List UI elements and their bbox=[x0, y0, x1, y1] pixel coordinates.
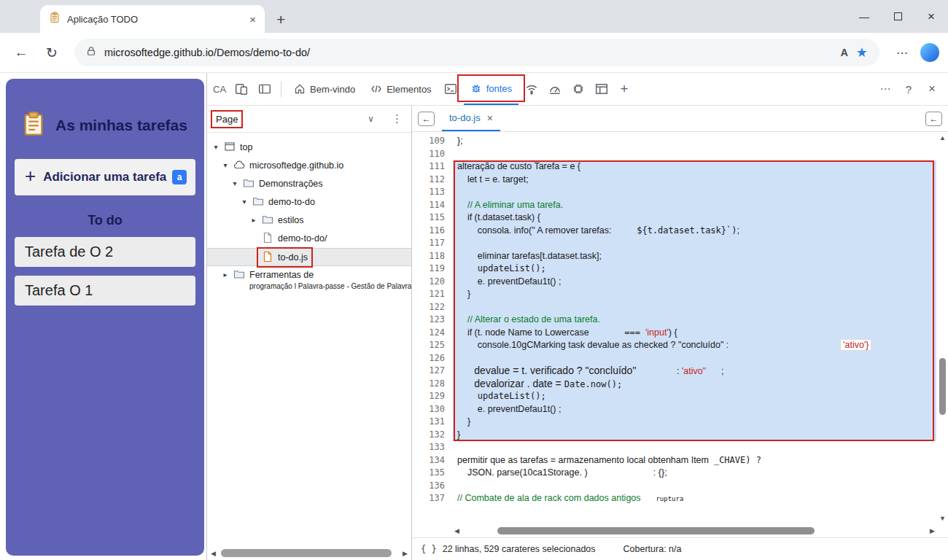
code-line-128[interactable]: devalorizar . date = Date.now(); bbox=[453, 378, 936, 391]
code-line-137[interactable]: // Combate de ala de rack com dados anti… bbox=[453, 492, 936, 505]
code-line-112[interactable]: let t = e. target; bbox=[453, 174, 936, 187]
expand-arrow-icon[interactable]: ▾ bbox=[240, 195, 249, 209]
minimize-icon[interactable]: — bbox=[847, 0, 881, 33]
editor-vertical-scrollbar[interactable]: ▲ ▼ bbox=[937, 132, 948, 524]
editor-horizontal-scrollbar[interactable]: ◀ ▶ bbox=[454, 525, 935, 537]
expand-arrow-icon[interactable]: ▸ bbox=[249, 214, 258, 227]
line-number[interactable]: 117 bbox=[412, 237, 445, 250]
more-options-icon[interactable]: ⋯ bbox=[875, 79, 895, 99]
scrollbar-thumb[interactable] bbox=[939, 358, 946, 415]
scroll-right-icon[interactable]: ▶ bbox=[930, 527, 935, 534]
help-icon[interactable]: ? bbox=[898, 79, 919, 99]
line-number[interactable]: 122 bbox=[412, 301, 445, 314]
address-bar[interactable]: microsoftedge.github.io/Demos/demo-to-do… bbox=[74, 39, 879, 66]
expand-arrow-icon[interactable]: ▾ bbox=[230, 177, 239, 190]
scroll-up-icon[interactable]: ▲ bbox=[939, 134, 946, 141]
code-line-120[interactable]: e. preventDefau1t() ; bbox=[453, 276, 936, 289]
toggle-debugger-sidebar-icon[interactable]: ← bbox=[925, 112, 942, 126]
new-tab-button[interactable]: + bbox=[276, 12, 285, 27]
maximize-icon[interactable] bbox=[881, 0, 914, 33]
scroll-left-icon[interactable]: ◀ bbox=[211, 550, 216, 557]
memory-icon[interactable] bbox=[567, 79, 588, 100]
code-line-126[interactable] bbox=[453, 352, 936, 365]
tree-item-estilos[interactable]: ▸estilos bbox=[207, 211, 411, 230]
back-icon[interactable]: ← bbox=[9, 40, 34, 65]
device-emulation-icon[interactable] bbox=[230, 79, 252, 100]
settings-more-icon[interactable]: ⋯ bbox=[890, 40, 914, 65]
close-window-icon[interactable]: × bbox=[914, 0, 948, 33]
read-aloud-icon[interactable]: A bbox=[841, 47, 848, 58]
line-number[interactable]: 137 bbox=[412, 492, 445, 505]
code-line-119[interactable]: updateList(); bbox=[453, 262, 936, 276]
code-line-111[interactable]: alteração de custo Tarefa = e { bbox=[453, 160, 936, 174]
code-line-122[interactable] bbox=[453, 301, 936, 314]
copilot-icon[interactable] bbox=[920, 43, 939, 62]
line-number[interactable]: 135 bbox=[412, 467, 445, 480]
code-line-124[interactable]: if (t. node Name to Lowercase === 'input… bbox=[453, 327, 936, 340]
application-icon[interactable] bbox=[591, 79, 612, 100]
code-line-121[interactable]: } bbox=[453, 288, 936, 301]
line-number[interactable]: 125 bbox=[412, 339, 445, 352]
performance-icon[interactable] bbox=[544, 79, 565, 100]
code-line-117[interactable] bbox=[453, 237, 936, 250]
site-info-lock-icon[interactable] bbox=[86, 46, 96, 59]
line-number[interactable]: 109 bbox=[412, 135, 445, 148]
task-item[interactable]: Tarefa de O 2 bbox=[15, 237, 195, 267]
tree-item-demo-to-do[interactable]: demo-to-do/ bbox=[207, 230, 411, 248]
line-number[interactable]: 118 bbox=[412, 250, 445, 263]
line-number[interactable]: 134 bbox=[412, 454, 445, 467]
navigator-horizontal-scrollbar[interactable]: ◀ ▶ bbox=[211, 548, 408, 558]
line-number[interactable]: 128 bbox=[412, 378, 445, 391]
inspect-tool-label[interactable]: CA bbox=[213, 84, 226, 95]
code-line-109[interactable]: }; bbox=[453, 135, 936, 148]
line-number[interactable]: 119 bbox=[412, 262, 445, 276]
line-number[interactable]: 130 bbox=[412, 403, 445, 416]
code-line-125[interactable]: console.10gCMarking task devalue as chec… bbox=[453, 339, 936, 352]
close-devtools-icon[interactable]: × bbox=[922, 79, 942, 99]
expand-arrow-icon[interactable]: ▾ bbox=[221, 159, 230, 172]
scroll-down-icon[interactable]: ▼ bbox=[939, 515, 946, 522]
tree-item-to-do-js[interactable]: to-do.js bbox=[207, 248, 411, 266]
code-line-114[interactable]: // A eliminar uma tarefa. bbox=[453, 199, 936, 212]
kebab-menu-icon[interactable]: ⋮ bbox=[392, 112, 403, 125]
more-tools-icon[interactable]: + bbox=[614, 79, 634, 99]
line-number[interactable]: 132 bbox=[412, 429, 445, 442]
task-item[interactable]: Tarefa O 1 bbox=[15, 276, 195, 306]
tab-sources[interactable]: fontes bbox=[464, 73, 518, 105]
line-number[interactable]: 129 bbox=[412, 390, 445, 403]
line-number[interactable]: 115 bbox=[412, 211, 445, 225]
line-number[interactable]: 110 bbox=[412, 148, 445, 161]
tree-item-demonstra-es[interactable]: ▾Demonstrações bbox=[207, 175, 411, 193]
code-line-135[interactable]: JSON. parse(10ca1Storage. ) : {}; bbox=[453, 467, 936, 480]
tree-item-ferramentas-de[interactable]: ▸Ferramentas deprogramação l Palavra-pas… bbox=[207, 266, 411, 291]
tree-item-top[interactable]: ▾top bbox=[207, 139, 411, 157]
line-number[interactable]: 114 bbox=[412, 199, 445, 212]
code-line-127[interactable]: devalue = t. verificado ? "concluído" : … bbox=[453, 365, 936, 378]
code-line-136[interactable] bbox=[453, 480, 936, 493]
editor-tab-to-do-js[interactable]: to-do.js × bbox=[442, 106, 500, 131]
close-file-icon[interactable]: × bbox=[487, 112, 493, 124]
tree-item-microsoftedge-github-io[interactable]: ▾microsoftedge.github.io bbox=[207, 157, 411, 175]
console-icon[interactable] bbox=[440, 79, 462, 100]
scroll-left-icon[interactable]: ◀ bbox=[454, 527, 459, 534]
add-task-button[interactable]: + Adicionar uma tarefa a bbox=[15, 159, 195, 195]
scroll-right-icon[interactable]: ▶ bbox=[403, 550, 408, 557]
expand-arrow-icon[interactable]: ▸ bbox=[221, 268, 230, 281]
scrollbar-thumb[interactable] bbox=[497, 527, 815, 534]
line-number[interactable]: 136 bbox=[412, 480, 445, 493]
code-line-118[interactable]: eliminar tarefas[t.dataset.task]; bbox=[453, 250, 936, 263]
code-line-129[interactable]: updateList(); bbox=[453, 390, 936, 403]
tree-item-demo-to-do[interactable]: ▾demo-to-do bbox=[207, 193, 411, 211]
line-number[interactable]: 123 bbox=[412, 314, 445, 327]
network-icon[interactable] bbox=[521, 79, 542, 100]
code-line-123[interactable]: // Alterar o estado de uma tarefa. bbox=[453, 314, 936, 327]
chevron-down-icon[interactable]: ∨ bbox=[368, 114, 374, 124]
browser-tab[interactable]: Aplicação TODO × bbox=[40, 5, 265, 33]
code-line-115[interactable]: if (t.dataset.task) { bbox=[453, 211, 936, 225]
navigator-tab-page[interactable]: Page bbox=[216, 114, 238, 125]
tab-elements[interactable]: Elementos bbox=[364, 73, 438, 105]
line-number[interactable]: 121 bbox=[412, 288, 445, 301]
refresh-icon[interactable]: ↻ bbox=[39, 40, 64, 65]
tab-welcome[interactable]: Bem-vindo bbox=[287, 73, 362, 105]
code-line-110[interactable] bbox=[453, 148, 936, 161]
